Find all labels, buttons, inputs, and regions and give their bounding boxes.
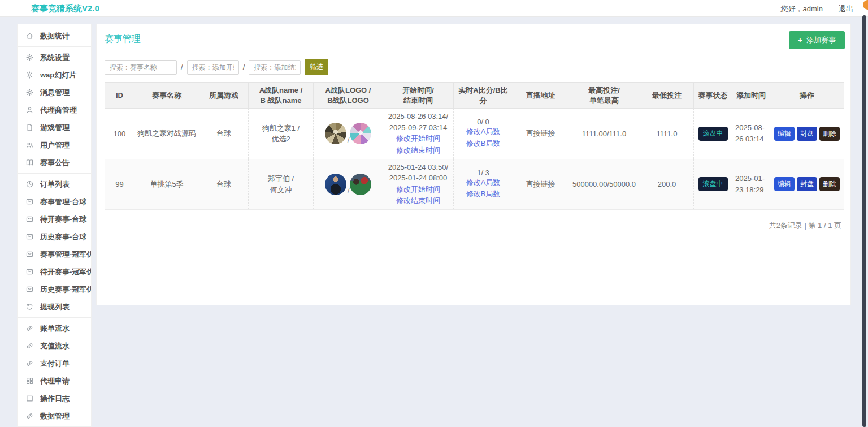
seal-button[interactable]: 封盘 [797,127,817,141]
score-value: 1/ 3 [455,169,511,177]
cell-min-bet: 200.0 [640,159,694,210]
time-range: 2025-01-24 03:50/ 2025-01-24 08:00 [385,162,452,184]
delete-button[interactable]: 删除 [819,127,840,141]
delete-button[interactable]: 删除 [819,177,840,191]
scrollbar[interactable] [862,15,866,427]
cell-time: 2025-08-26 03:14/ 2025-09-27 03:14 修改开始时… [383,109,454,159]
sidebar: 数据统计 系统设置 wap幻灯片 消息管理 代理商管理 游戏管理 用户管理 赛事… [17,24,92,427]
edit-button[interactable]: 编辑 [774,127,795,141]
cell-team-logos: / [314,109,383,159]
cell-event-name: 单挑第5季 [134,159,199,210]
content-card: 赛事管理 + 添加赛事 / / 筛选 ID 赛事名称 所属游戏 A战队name … [96,24,851,305]
users-icon [25,141,34,149]
inbox-icon [25,250,34,258]
search-end-time-input[interactable] [249,60,301,75]
cell-time: 2025-01-24 03:50/ 2025-01-24 08:00 修改开始时… [383,159,454,210]
edit-a-games-link[interactable]: 修改A局数 [455,126,511,138]
cell-min-bet: 1111.0 [640,109,694,159]
sidebar-item-data-stats[interactable]: 数据统计 [18,27,91,45]
filter-button[interactable]: 筛选 [305,59,328,75]
sidebar-item-event-mgmt-champion[interactable]: 赛事管理-冠军优胜猜 [18,245,91,263]
sidebar-item-bill-flow[interactable]: 账单流水 [18,320,91,337]
clock-icon [25,180,34,188]
sidebar-item-wap-slides[interactable]: wap幻灯片 [18,66,91,84]
sidebar-item-label: 支付订单 [40,359,70,369]
team-b-logo [350,174,371,195]
sidebar-item-operation-log[interactable]: 操作日志 [18,390,91,407]
sidebar-item-recharge-flow[interactable]: 充值流水 [18,337,91,355]
logout-link[interactable]: 退出 [839,5,853,13]
topbar: 赛事竞猜系统V2.0 您好，admin退出 [0,0,868,17]
sidebar-item-label: 操作日志 [40,394,70,404]
sidebar-item-history-events-champion[interactable]: 历史赛事-冠军优胜猜 [18,281,91,298]
separator: / [243,63,245,71]
add-event-button[interactable]: + 添加赛事 [789,31,845,49]
sidebar-item-event-mgmt-billiards[interactable]: 赛事管理-台球 [18,193,91,210]
square-icon [25,394,34,403]
col-time: 开始时间/ 结束时间 [383,83,454,109]
edit-button[interactable]: 编辑 [774,177,795,191]
edit-start-time-link[interactable]: 修改开始时间 [385,184,452,196]
cell-score: 0/ 0 修改A局数 修改B局数 [454,109,513,159]
inbox-icon [25,268,34,276]
cell-live-address: 直接链接 [513,159,568,210]
inbox-icon [25,197,34,206]
edit-b-games-link[interactable]: 修改B局数 [455,188,511,200]
sidebar-item-user-mgmt[interactable]: 用户管理 [18,136,91,154]
sidebar-item-label: 赛事管理-台球 [40,197,86,207]
col-team-names: A战队name / B 战队name [249,83,314,109]
cell-actions: 编辑封盘删除 [770,159,844,210]
sidebar-item-agent-mgmt[interactable]: 代理商管理 [18,101,91,119]
inbox-icon [25,232,34,241]
sidebar-item-system-settings[interactable]: 系统设置 [18,49,91,66]
sidebar-item-order-list[interactable]: 订单列表 [18,175,91,193]
sidebar-item-label: 系统设置 [40,53,70,63]
sidebar-item-label: 历史赛事-冠军优胜猜 [40,284,91,295]
seal-button[interactable]: 封盘 [797,177,817,191]
link-icon [25,342,34,350]
sidebar-item-pending-events-billiards[interactable]: 待开赛事-台球 [18,210,91,228]
sidebar-item-event-announcement[interactable]: 赛事公告 [18,154,91,171]
sidebar-item-label: 赛事管理-冠军优胜猜 [40,249,91,260]
sidebar-item-label: 待开赛事-台球 [40,214,86,225]
sidebar-item-message-mgmt[interactable]: 消息管理 [18,84,91,101]
col-team-logos: A战队LOGO / B战队LOGO [314,83,383,109]
status-badge: 滚盘中 [698,177,728,191]
cell-live-address: 直接链接 [513,109,568,159]
table-header-row: ID 赛事名称 所属游戏 A战队name / B 战队name A战队LOGO … [105,83,844,109]
sidebar-item-label: wap幻灯片 [40,70,76,80]
sidebar-item-label: 消息管理 [40,88,70,98]
search-name-input[interactable] [105,60,177,75]
search-start-time-input[interactable] [187,60,239,75]
score-value: 0/ 0 [455,118,511,126]
cell-game: 台球 [199,109,249,159]
card-header: 赛事管理 + 添加赛事 [97,24,850,51]
greeting-text: 您好，admin [781,5,823,13]
col-game: 所属游戏 [199,83,249,109]
sidebar-item-game-mgmt[interactable]: 游戏管理 [18,119,91,136]
events-table: ID 赛事名称 所属游戏 A战队name / B 战队name A战队LOGO … [105,82,844,210]
edit-b-games-link[interactable]: 修改B局数 [455,138,511,150]
divider [18,46,91,47]
plus-icon: + [798,36,802,44]
sidebar-item-withdraw-list[interactable]: 提现列表 [18,298,91,316]
inbox-icon [25,285,34,294]
edit-a-games-link[interactable]: 修改A局数 [455,177,511,189]
sidebar-item-data-mgmt[interactable]: 数据管理 [18,407,91,425]
gear-icon [25,53,34,62]
edit-end-time-link[interactable]: 修改结束时间 [385,145,452,157]
sidebar-item-history-events-billiards[interactable]: 历史赛事-台球 [18,228,91,245]
gear-icon [25,71,34,79]
sidebar-item-agent-apply[interactable]: 代理申请 [18,372,91,390]
edit-start-time-link[interactable]: 修改开始时间 [385,133,452,145]
sidebar-item-pending-events-champion[interactable]: 待开赛事-冠军优胜猜 [18,263,91,281]
book-icon [25,158,34,167]
cell-event-name: 狗凯之家对战源码 [134,109,199,159]
app-title: 赛事竞猜系统V2.0 [31,3,99,14]
edit-end-time-link[interactable]: 修改结束时间 [385,195,452,207]
sidebar-item-label: 赛事公告 [40,158,70,168]
cell-team-names: 狗凯之家1 / 优选2 [249,109,314,159]
status-badge: 滚盘中 [698,127,728,141]
cell-id: 99 [105,159,134,210]
sidebar-item-payment-orders[interactable]: 支付订单 [18,355,91,372]
